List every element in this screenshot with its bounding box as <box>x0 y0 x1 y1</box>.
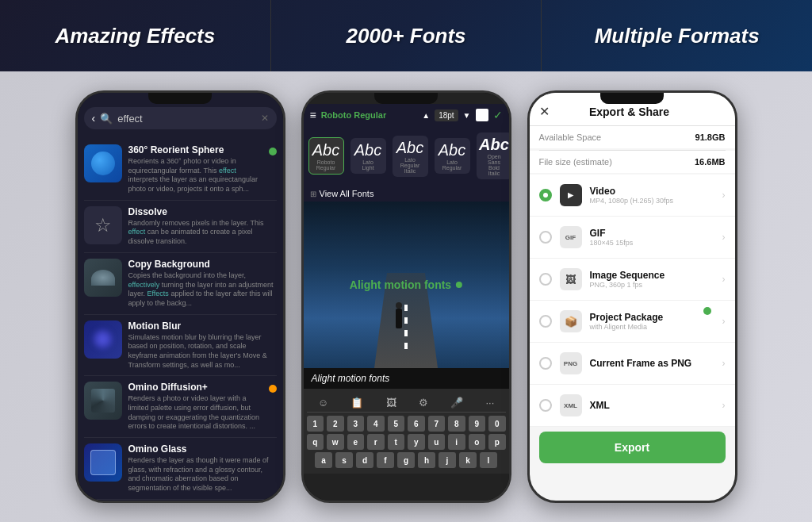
effect-info-5: Omino Diffusion+ Renders a photo or vide… <box>128 382 262 432</box>
grid-icon: ⊞ <box>310 190 316 198</box>
clipboard-icon[interactable]: 📋 <box>350 397 363 409</box>
available-space-value: 91.8GB <box>695 132 726 142</box>
key-a[interactable]: a <box>315 452 332 468</box>
menu-icon[interactable]: ≡ <box>310 109 316 121</box>
key-d[interactable]: d <box>356 452 373 468</box>
key-i[interactable]: i <box>448 434 465 450</box>
key-0[interactable]: 0 <box>488 416 506 432</box>
list-item[interactable]: Omino Diffusion+ Renders a photo or vide… <box>84 376 277 438</box>
key-h[interactable]: h <box>418 452 435 468</box>
phone2-screen: ≡ Roboto Regular ▲ 18pt ▼ ✓ Abc RobotoRe… <box>304 93 509 501</box>
format-item-xml[interactable]: XML XML › <box>530 385 735 427</box>
font-size-label[interactable]: 18pt <box>435 109 458 121</box>
key-g[interactable]: g <box>397 452 415 468</box>
key-k[interactable]: k <box>459 452 477 468</box>
effect-info-4: Motion Blur Simulates motion blur by blu… <box>128 320 277 370</box>
p1-search-bar[interactable]: ‹ 🔍 effect ✕ <box>84 107 277 129</box>
list-item[interactable]: Raster Transform Scales, rotates, or off… <box>84 500 277 501</box>
list-item[interactable]: 360° Reorient Sphere Reorients a 360° ph… <box>84 139 277 201</box>
effect-name-6: Omino Glass <box>128 443 277 455</box>
font-sample-roboto[interactable]: Abc RobotoRegular <box>308 137 344 175</box>
key-3[interactable]: 3 <box>347 416 365 432</box>
more-icon[interactable]: ··· <box>486 397 495 409</box>
format-item-project[interactable]: 📦 Project Package with Aligent Media › <box>530 301 735 343</box>
check-icon[interactable]: ✓ <box>493 109 503 121</box>
arrow-up-icon[interactable]: ▲ <box>422 111 430 120</box>
arrow-down-icon[interactable]: ▼ <box>463 111 471 120</box>
list-item[interactable]: ☆ Dissolve Randomly removes pixels in th… <box>84 201 277 253</box>
key-q[interactable]: q <box>307 434 324 450</box>
key-l[interactable]: l <box>480 452 497 468</box>
font-label-5: Open SansBold Italic <box>483 154 506 176</box>
key-o[interactable]: o <box>469 434 486 450</box>
font-sample-lato-light[interactable]: Abc Lato Light <box>350 138 386 174</box>
key-9[interactable]: 9 <box>469 416 486 432</box>
effect-thumb-omino <box>84 382 122 420</box>
key-f[interactable]: f <box>377 452 394 468</box>
key-u[interactable]: u <box>428 434 446 450</box>
key-p[interactable]: p <box>488 434 506 450</box>
settings-icon[interactable]: ⚙ <box>419 397 428 409</box>
effect-desc-3: Copies the background into the layer, ef… <box>128 271 277 309</box>
search-text: effect <box>117 113 255 125</box>
format-info-xml: XML <box>590 400 714 411</box>
mic-icon[interactable]: 🎤 <box>450 397 463 409</box>
image-icon[interactable]: 🖼 <box>386 397 396 409</box>
effect-name-3: Copy Background <box>128 259 277 270</box>
key-y[interactable]: y <box>408 434 425 450</box>
p2-view-all[interactable]: ⊞ View All Fonts <box>304 186 509 202</box>
key-1[interactable]: 1 <box>307 416 324 432</box>
effect-thumb-star: ☆ <box>84 206 122 244</box>
formats-title: Multiple Formats <box>595 24 760 48</box>
key-j[interactable]: j <box>439 452 456 468</box>
format-sub-gif: 180×45 15fps <box>590 239 714 247</box>
color-box[interactable] <box>476 109 488 121</box>
radio-imgseq[interactable] <box>539 273 552 286</box>
font-abc-1: Abc <box>312 141 339 159</box>
format-item-imgseq[interactable]: 🖼 Image Sequence PNG, 360p 1 fps › <box>530 259 735 301</box>
font-name-label[interactable]: Roboto Regular <box>321 110 418 120</box>
list-item[interactable]: Copy Background Copies the background in… <box>84 253 277 315</box>
radio-project[interactable] <box>539 315 552 328</box>
back-arrow-icon[interactable]: ‹ <box>92 112 96 125</box>
effect-desc-1: Reorients a 360° photo or video in equir… <box>128 157 262 194</box>
radio-gif[interactable] <box>539 231 552 244</box>
key-8[interactable]: 8 <box>448 416 465 432</box>
radio-xml[interactable] <box>539 399 552 412</box>
file-size-value: 16.6MB <box>695 157 726 167</box>
format-item-png[interactable]: PNG Current Frame as PNG › <box>530 343 735 385</box>
emoji-icon[interactable]: ☺ <box>318 397 328 409</box>
key-7[interactable]: 7 <box>428 416 446 432</box>
key-s[interactable]: s <box>335 452 353 468</box>
key-e[interactable]: e <box>347 434 365 450</box>
font-sample-lato-regular[interactable]: Abc Lato Regular <box>435 138 470 174</box>
key-4[interactable]: 4 <box>367 416 385 432</box>
key-t[interactable]: t <box>388 434 405 450</box>
format-name-gif: GIF <box>590 228 714 239</box>
radio-png[interactable] <box>539 357 552 370</box>
font-sample-opensans[interactable]: Abc Open SansBold Italic <box>477 132 509 179</box>
effect-thumb-sphere <box>84 144 122 182</box>
key-r[interactable]: r <box>367 434 385 450</box>
font-abc-4: Abc <box>439 141 465 159</box>
font-sample-lato-italic[interactable]: Abc Lato RegularItalic <box>393 136 428 177</box>
phone-notch-3 <box>600 93 664 104</box>
key-2[interactable]: 2 <box>327 416 344 432</box>
format-info-project: Project Package with Aligent Media <box>590 312 714 331</box>
search-clear-icon[interactable]: ✕ <box>261 113 269 124</box>
format-item-gif[interactable]: GIF GIF 180×45 15fps › <box>530 217 735 259</box>
close-button[interactable]: ✕ <box>539 104 550 119</box>
key-5[interactable]: 5 <box>388 416 405 432</box>
effect-thumb-disc <box>84 259 122 297</box>
key-6[interactable]: 6 <box>408 416 425 432</box>
format-name-project: Project Package <box>590 312 714 323</box>
export-button[interactable]: Export <box>539 432 726 463</box>
list-item[interactable]: Omino Glass Renders the layer as though … <box>84 438 277 500</box>
list-item[interactable]: Motion Blur Simulates motion blur by blu… <box>84 315 277 377</box>
key-w[interactable]: w <box>327 434 344 450</box>
format-sub-video: MP4, 1080p (H.265) 30fps <box>590 197 714 205</box>
radio-video[interactable] <box>539 189 552 202</box>
chevron-right-icon-xml: › <box>722 400 726 411</box>
format-item-video[interactable]: ▶ Video MP4, 1080p (H.265) 30fps › <box>530 175 735 217</box>
format-info-video: Video MP4, 1080p (H.265) 30fps <box>590 186 714 205</box>
